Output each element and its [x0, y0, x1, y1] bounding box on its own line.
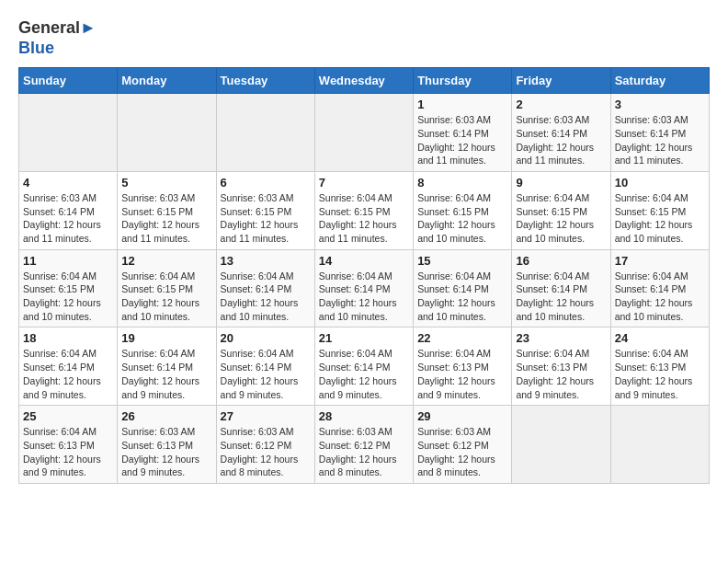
- day-number: 21: [319, 331, 409, 345]
- header-saturday: Saturday: [610, 68, 709, 94]
- calendar-cell: 24Sunrise: 6:04 AMSunset: 6:13 PMDayligh…: [610, 327, 709, 406]
- day-number: 6: [221, 176, 311, 190]
- calendar-cell: [216, 94, 314, 172]
- day-number: 28: [319, 409, 409, 423]
- day-number: 12: [121, 254, 211, 268]
- calendar-cell: 15Sunrise: 6:04 AMSunset: 6:14 PMDayligh…: [414, 249, 512, 327]
- day-number: 3: [615, 98, 705, 111]
- calendar-table: SundayMondayTuesdayWednesdayThursdayFrid…: [18, 67, 710, 484]
- calendar-cell: 10Sunrise: 6:04 AMSunset: 6:15 PMDayligh…: [610, 171, 709, 249]
- day-number: 29: [417, 409, 507, 423]
- calendar-cell: 23Sunrise: 6:04 AMSunset: 6:13 PMDayligh…: [512, 327, 610, 406]
- day-number: 18: [23, 331, 113, 345]
- calendar-week-2: 4Sunrise: 6:03 AMSunset: 6:14 PMDaylight…: [19, 171, 710, 249]
- header-tuesday: Tuesday: [216, 68, 314, 94]
- day-number: 16: [516, 254, 606, 268]
- day-info: Sunrise: 6:04 AMSunset: 6:14 PMDaylight:…: [319, 347, 409, 401]
- day-number: 17: [615, 254, 705, 268]
- calendar-cell: 14Sunrise: 6:04 AMSunset: 6:14 PMDayligh…: [314, 249, 413, 327]
- day-number: 11: [23, 254, 113, 268]
- calendar-cell: 12Sunrise: 6:04 AMSunset: 6:15 PMDayligh…: [118, 249, 216, 327]
- page-header: General► Blue: [18, 18, 710, 58]
- calendar-cell: [512, 406, 610, 484]
- calendar-cell: 26Sunrise: 6:03 AMSunset: 6:13 PMDayligh…: [118, 406, 216, 484]
- day-info: Sunrise: 6:04 AMSunset: 6:14 PMDaylight:…: [417, 270, 507, 324]
- day-info: Sunrise: 6:04 AMSunset: 6:13 PMDaylight:…: [516, 347, 606, 401]
- calendar-cell: 21Sunrise: 6:04 AMSunset: 6:14 PMDayligh…: [314, 327, 413, 406]
- calendar-cell: 29Sunrise: 6:03 AMSunset: 6:12 PMDayligh…: [414, 406, 512, 484]
- calendar-cell: 27Sunrise: 6:03 AMSunset: 6:12 PMDayligh…: [216, 406, 314, 484]
- calendar-header-row: SundayMondayTuesdayWednesdayThursdayFrid…: [19, 68, 710, 94]
- calendar-cell: 2Sunrise: 6:03 AMSunset: 6:14 PMDaylight…: [512, 94, 610, 172]
- logo: General► Blue: [18, 18, 97, 58]
- calendar-cell: 5Sunrise: 6:03 AMSunset: 6:15 PMDaylight…: [118, 171, 216, 249]
- calendar-cell: 3Sunrise: 6:03 AMSunset: 6:14 PMDaylight…: [610, 94, 709, 172]
- day-number: 4: [23, 176, 113, 190]
- day-info: Sunrise: 6:04 AMSunset: 6:13 PMDaylight:…: [23, 425, 113, 479]
- day-number: 8: [417, 176, 507, 190]
- day-number: 2: [516, 98, 606, 111]
- day-info: Sunrise: 6:03 AMSunset: 6:12 PMDaylight:…: [319, 425, 409, 479]
- day-number: 19: [121, 331, 211, 345]
- day-info: Sunrise: 6:03 AMSunset: 6:12 PMDaylight:…: [417, 425, 507, 479]
- day-number: 5: [121, 176, 211, 190]
- day-info: Sunrise: 6:03 AMSunset: 6:14 PMDaylight:…: [23, 191, 113, 246]
- day-info: Sunrise: 6:04 AMSunset: 6:14 PMDaylight:…: [221, 270, 311, 324]
- day-info: Sunrise: 6:04 AMSunset: 6:14 PMDaylight:…: [615, 270, 705, 324]
- day-info: Sunrise: 6:03 AMSunset: 6:15 PMDaylight:…: [121, 191, 211, 246]
- calendar-cell: 19Sunrise: 6:04 AMSunset: 6:14 PMDayligh…: [118, 327, 216, 406]
- day-number: 23: [516, 331, 606, 345]
- header-monday: Monday: [118, 68, 216, 94]
- day-info: Sunrise: 6:04 AMSunset: 6:15 PMDaylight:…: [417, 191, 507, 246]
- day-info: Sunrise: 6:03 AMSunset: 6:14 PMDaylight:…: [516, 113, 606, 167]
- calendar-cell: 28Sunrise: 6:03 AMSunset: 6:12 PMDayligh…: [314, 406, 413, 484]
- calendar-cell: 8Sunrise: 6:04 AMSunset: 6:15 PMDaylight…: [414, 171, 512, 249]
- day-info: Sunrise: 6:04 AMSunset: 6:13 PMDaylight:…: [417, 347, 507, 401]
- day-info: Sunrise: 6:04 AMSunset: 6:13 PMDaylight:…: [615, 347, 705, 401]
- calendar-week-4: 18Sunrise: 6:04 AMSunset: 6:14 PMDayligh…: [19, 327, 710, 406]
- day-number: 25: [23, 409, 113, 423]
- day-number: 10: [615, 176, 705, 190]
- day-info: Sunrise: 6:04 AMSunset: 6:14 PMDaylight:…: [23, 347, 113, 401]
- day-info: Sunrise: 6:03 AMSunset: 6:13 PMDaylight:…: [121, 425, 211, 479]
- day-number: 7: [319, 176, 409, 190]
- logo-text: General► Blue: [18, 18, 97, 58]
- calendar-cell: 7Sunrise: 6:04 AMSunset: 6:15 PMDaylight…: [314, 171, 413, 249]
- calendar-cell: 13Sunrise: 6:04 AMSunset: 6:14 PMDayligh…: [216, 249, 314, 327]
- calendar-week-3: 11Sunrise: 6:04 AMSunset: 6:15 PMDayligh…: [19, 249, 710, 327]
- day-number: 15: [417, 254, 507, 268]
- calendar-cell: 6Sunrise: 6:03 AMSunset: 6:15 PMDaylight…: [216, 171, 314, 249]
- calendar-week-5: 25Sunrise: 6:04 AMSunset: 6:13 PMDayligh…: [19, 406, 710, 484]
- calendar-cell: 11Sunrise: 6:04 AMSunset: 6:15 PMDayligh…: [19, 249, 118, 327]
- calendar-cell: [610, 406, 709, 484]
- calendar-cell: 9Sunrise: 6:04 AMSunset: 6:15 PMDaylight…: [512, 171, 610, 249]
- calendar-cell: 1Sunrise: 6:03 AMSunset: 6:14 PMDaylight…: [414, 94, 512, 172]
- calendar-cell: [314, 94, 413, 172]
- day-info: Sunrise: 6:03 AMSunset: 6:12 PMDaylight:…: [221, 425, 311, 479]
- day-info: Sunrise: 6:04 AMSunset: 6:15 PMDaylight:…: [121, 270, 211, 324]
- day-number: 20: [221, 331, 311, 345]
- day-info: Sunrise: 6:04 AMSunset: 6:14 PMDaylight:…: [516, 270, 606, 324]
- day-number: 26: [121, 409, 211, 423]
- day-number: 27: [221, 409, 311, 423]
- day-number: 14: [319, 254, 409, 268]
- calendar-cell: 20Sunrise: 6:04 AMSunset: 6:14 PMDayligh…: [216, 327, 314, 406]
- header-thursday: Thursday: [414, 68, 512, 94]
- calendar-cell: 25Sunrise: 6:04 AMSunset: 6:13 PMDayligh…: [19, 406, 118, 484]
- calendar-cell: 17Sunrise: 6:04 AMSunset: 6:14 PMDayligh…: [610, 249, 709, 327]
- calendar-cell: 4Sunrise: 6:03 AMSunset: 6:14 PMDaylight…: [19, 171, 118, 249]
- day-info: Sunrise: 6:04 AMSunset: 6:14 PMDaylight:…: [121, 347, 211, 401]
- day-info: Sunrise: 6:04 AMSunset: 6:14 PMDaylight:…: [319, 270, 409, 324]
- day-number: 22: [417, 331, 507, 345]
- header-sunday: Sunday: [19, 68, 118, 94]
- day-info: Sunrise: 6:04 AMSunset: 6:15 PMDaylight:…: [319, 191, 409, 246]
- day-number: 1: [417, 98, 507, 111]
- calendar-cell: 22Sunrise: 6:04 AMSunset: 6:13 PMDayligh…: [414, 327, 512, 406]
- header-friday: Friday: [512, 68, 610, 94]
- day-info: Sunrise: 6:03 AMSunset: 6:15 PMDaylight:…: [221, 191, 311, 246]
- calendar-week-1: 1Sunrise: 6:03 AMSunset: 6:14 PMDaylight…: [19, 94, 710, 172]
- day-number: 13: [221, 254, 311, 268]
- calendar-cell: 16Sunrise: 6:04 AMSunset: 6:14 PMDayligh…: [512, 249, 610, 327]
- day-number: 24: [615, 331, 705, 345]
- calendar-cell: 18Sunrise: 6:04 AMSunset: 6:14 PMDayligh…: [19, 327, 118, 406]
